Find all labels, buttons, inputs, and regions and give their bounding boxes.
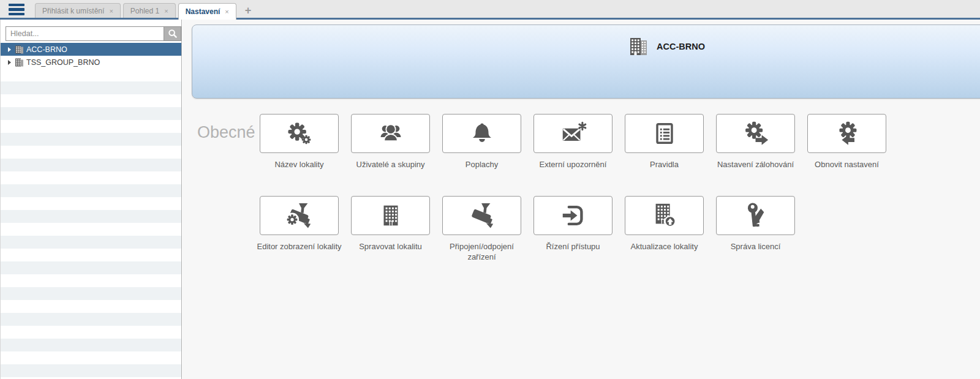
tab-1[interactable]: Přihlásit k umístění× (35, 3, 121, 18)
tree-empty-row (1, 339, 181, 351)
tree-empty-row (1, 171, 181, 184)
tree-empty-row (1, 159, 181, 171)
mail-alert-icon (559, 119, 587, 148)
tree-empty-row (1, 326, 181, 339)
tool-cell-uzivatele-a-skupiny: Uživatelé a skupiny (351, 114, 430, 170)
tool-button-pripojeni-odpojeni-zarizeni[interactable] (442, 196, 521, 235)
tool-cell-sprava-licenci: Správa licencí (716, 196, 795, 263)
login-arrow-icon (559, 201, 587, 230)
tab-close-icon[interactable]: × (109, 7, 113, 15)
tree-empty-row (1, 146, 181, 159)
tool-button-editor-zobrazeni-lokality[interactable] (260, 196, 339, 235)
tree-empty-row (1, 81, 181, 94)
tree-empty-row (1, 313, 181, 326)
rules-list-icon (650, 119, 679, 148)
new-tab-button[interactable]: + (245, 3, 252, 18)
gear-export-icon (742, 119, 770, 148)
tool-button-sprava-licenci[interactable] (716, 196, 795, 235)
tree-item-tss_group_brno[interactable]: TSS_GROUP_BRNO (1, 56, 181, 69)
tab-close-icon[interactable]: × (164, 7, 168, 15)
chevron-right-icon[interactable] (8, 60, 11, 65)
tree-item-acc-brno[interactable]: ACC-BRNO (1, 43, 181, 56)
sidebar: ACC-BRNO TSS_GROUP_BRNO (0, 20, 182, 379)
tab-label: Pohled 1 (130, 7, 159, 15)
building-icon (377, 201, 405, 230)
search-button[interactable] (164, 26, 181, 41)
tool-cell-nastaveni-zalohovani: Nastavení zálohování (716, 114, 795, 170)
keys-icon (742, 201, 770, 230)
tree-empty-row (1, 261, 181, 274)
tool-button-rizeni-pristupu[interactable] (533, 196, 612, 235)
tree-empty-row (1, 236, 181, 249)
tree-empty-row (1, 300, 181, 313)
building-icon-wrap (15, 45, 24, 54)
search-input[interactable] (6, 26, 164, 41)
tool-button-externi-upozorneni[interactable] (533, 114, 612, 153)
tree-empty-row (1, 210, 181, 223)
tree-empty-row (1, 223, 181, 236)
tool-label-nazev-lokality: Název lokality (253, 160, 346, 170)
tool-button-poplachy[interactable] (442, 114, 521, 153)
camera-icon (468, 201, 496, 230)
tool-button-aktualizace-lokality[interactable] (625, 196, 704, 235)
tool-label-sprava-licenci: Správa licencí (709, 242, 802, 252)
tool-label-editor-zobrazeni-lokality: Editor zobrazení lokality (253, 242, 346, 252)
site-tree: ACC-BRNO TSS_GROUP_BRNO (1, 43, 181, 379)
site-name: ACC-BRNO (657, 42, 705, 51)
tool-button-nazev-lokality[interactable] (260, 114, 339, 153)
tab-2[interactable]: Pohled 1× (123, 3, 176, 18)
tool-button-obnovit-nastaveni[interactable] (807, 114, 886, 153)
tree-empty-row (1, 120, 181, 133)
gears-icon (285, 119, 314, 148)
tool-label-obnovit-nastaveni: Obnovit nastavení (801, 160, 894, 170)
tool-label-spravovat-lokalitu: Spravovat lokalitu (344, 242, 437, 252)
site-header-label: ACC-BRNO (628, 37, 705, 55)
tree-item-label: TSS_GROUP_BRNO (26, 58, 100, 67)
search-icon (168, 29, 178, 39)
tool-label-externi-upozorneni: Externí upozornění (527, 160, 620, 170)
tree-item-label: ACC-BRNO (26, 45, 67, 54)
tool-button-spravovat-lokalitu[interactable] (351, 196, 430, 235)
tab-3[interactable]: Nastavení× (178, 3, 236, 20)
tree-empty-row (1, 351, 181, 364)
tool-label-uzivatele-a-skupiny: Uživatelé a skupiny (344, 160, 437, 170)
tree-empty-row (1, 287, 181, 300)
tool-button-pravidla[interactable] (625, 114, 704, 153)
tool-button-nastaveni-zalohovani[interactable] (716, 114, 795, 153)
tool-cell-poplachy: Poplachy (442, 114, 521, 170)
building-icon (15, 45, 24, 54)
tool-label-pripojeni-odpojeni-zarizeni: Připojení/odpojení zařízení (435, 242, 529, 263)
tree-empty-row (1, 274, 181, 287)
tool-cell-rizeni-pristupu: Řízení přístupu (533, 196, 612, 263)
tool-cell-externi-upozorneni: Externí upozornění (533, 114, 612, 170)
bell-icon (468, 119, 496, 148)
tool-cell-editor-zobrazeni-lokality: Editor zobrazení lokality (260, 196, 339, 263)
tool-label-poplachy: Poplachy (435, 160, 529, 170)
building-icon (15, 58, 24, 67)
tool-cell-aktualizace-lokality: Aktualizace lokality (625, 196, 704, 263)
tool-button-uzivatele-a-skupiny[interactable] (351, 114, 430, 153)
chevron-right-icon[interactable] (8, 47, 11, 52)
tree-empty-row (1, 69, 181, 81)
tab-close-icon[interactable]: × (225, 8, 228, 15)
tree-empty-row (1, 197, 181, 210)
main-content: ACC-BRNO Obecné Název lokalityUživatelé … (183, 20, 980, 379)
tool-cell-pripojeni-odpojeni-zarizeni: Připojení/odpojení zařízení (442, 196, 521, 263)
tool-row-2: Editor zobrazení lokalitySpravovat lokal… (260, 196, 795, 263)
tool-label-rizeni-pristupu: Řízení přístupu (527, 242, 620, 252)
building-upload-icon (650, 201, 679, 230)
tool-cell-spravovat-lokalitu: Spravovat lokalitu (351, 196, 430, 263)
tab-bar: Přihlásit k umístění×Pohled 1×Nastavení×… (0, 0, 980, 20)
tree-empty-row (1, 107, 181, 120)
camera-gear-icon (285, 201, 314, 230)
section-title: Obecné (197, 123, 255, 142)
tab-strip: Přihlásit k umístění×Pohled 1×Nastavení×… (35, 0, 251, 20)
site-header-panel: ACC-BRNO (192, 24, 980, 99)
gear-import-icon (833, 119, 861, 148)
hamburger-menu-icon[interactable] (9, 4, 24, 15)
tree-empty-row (1, 184, 181, 197)
tool-label-pravidla: Pravidla (618, 160, 711, 170)
tool-label-nastaveni-zalohovani: Nastavení zálohování (709, 160, 802, 170)
tree-empty-row (1, 94, 181, 107)
tree-empty-row (1, 249, 181, 261)
